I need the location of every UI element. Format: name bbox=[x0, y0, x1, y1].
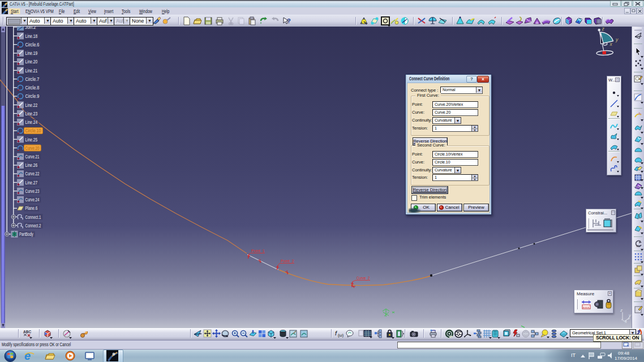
svg-text:Curve.22: Curve.22 bbox=[25, 171, 40, 176]
svg-text:Line.24: Line.24 bbox=[25, 119, 38, 125]
svg-text:x: x bbox=[624, 319, 628, 324]
svg-text:Line.20: Line.20 bbox=[25, 59, 38, 64]
svg-text:Curve.20: Curve.20 bbox=[25, 145, 40, 151]
svg-text:Line.26: Line.26 bbox=[25, 162, 38, 168]
svg-text:Curve.21: Curve.21 bbox=[25, 154, 40, 160]
svg-text:Connect.1: Connect.1 bbox=[25, 214, 41, 220]
svg-text:Circle.10: Circle.10 bbox=[25, 128, 41, 133]
svg-text:Line.18: Line.18 bbox=[25, 33, 38, 39]
svg-text:PartBody: PartBody bbox=[19, 231, 33, 237]
svg-text:Line.22: Line.22 bbox=[25, 102, 38, 108]
svg-text:?: ? bbox=[287, 18, 291, 24]
svg-text:Plane.6: Plane.6 bbox=[25, 205, 38, 211]
svg-text:Line.21: Line.21 bbox=[25, 68, 38, 74]
svg-text:Curve.24: Curve.24 bbox=[25, 197, 40, 202]
svg-text:y: y bbox=[615, 37, 619, 42]
svg-text:Line.23: Line.23 bbox=[25, 111, 38, 117]
svg-text:Join.2: Join.2 bbox=[25, 27, 36, 30]
svg-text:Curve_2: Curve_2 bbox=[357, 275, 370, 281]
svg-text:z: z bbox=[602, 27, 605, 32]
svg-text:Point_1: Point_1 bbox=[251, 248, 265, 253]
svg-text:Connect.2: Connect.2 bbox=[25, 223, 41, 229]
svg-text:Line.27: Line.27 bbox=[25, 180, 38, 186]
svg-text:Line.19: Line.19 bbox=[25, 50, 38, 56]
svg-text:f: f bbox=[335, 330, 337, 337]
svg-text:Curve.23: Curve.23 bbox=[25, 188, 40, 194]
svg-text:Line.25: Line.25 bbox=[25, 137, 38, 143]
svg-text:Point_2: Point_2 bbox=[281, 258, 294, 264]
svg-text:Circle.7: Circle.7 bbox=[25, 76, 40, 82]
svg-text:Circle.9: Circle.9 bbox=[25, 93, 40, 99]
svg-text:Circle.6: Circle.6 bbox=[25, 42, 40, 48]
svg-text:(ω): (ω) bbox=[338, 333, 344, 338]
svg-text:Circle.8: Circle.8 bbox=[25, 85, 40, 90]
svg-text:e: e bbox=[24, 351, 31, 361]
svg-text:z: z bbox=[620, 308, 622, 313]
svg-text:ABC: ABC bbox=[23, 330, 31, 334]
svg-text:x: x bbox=[609, 41, 613, 47]
